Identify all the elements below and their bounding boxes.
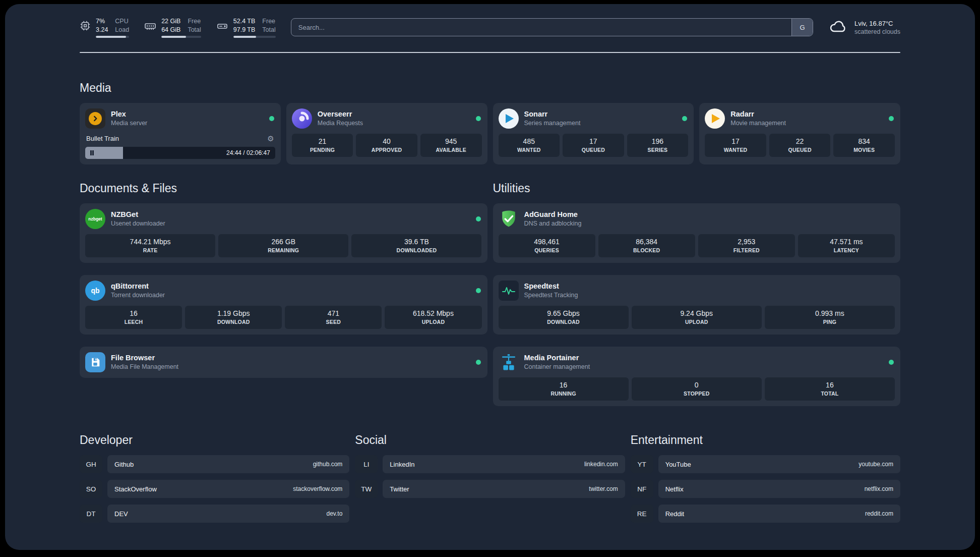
cpu-percent: 7% (96, 17, 108, 25)
service-subtitle: Media File Management (111, 363, 470, 371)
documents-column: Documents & Files nzbget NZBGet Usenet d… (80, 182, 487, 406)
bookmark-name: Reddit (665, 510, 685, 518)
service-subtitle: Speedtest Tracking (524, 292, 895, 299)
bookmark-abbr: SO (80, 480, 102, 498)
service-card-nzbget[interactable]: nzbget NZBGet Usenet downloader 744.21 M… (80, 203, 487, 263)
cpu-progress-track (96, 36, 129, 38)
disk-progress-fill (233, 36, 256, 38)
dashboard-panel: 7% 3.24 CPU Load (5, 4, 975, 550)
bookmark-github[interactable]: GH Github github.com (80, 455, 349, 473)
gear-icon[interactable]: ⚙ (267, 135, 274, 142)
overseerr-icon (292, 108, 312, 129)
service-name: File Browser (111, 354, 470, 362)
bookmark-name: Twitter (390, 485, 409, 493)
bookmark-name: Github (114, 461, 134, 468)
middle-columns: Documents & Files nzbget NZBGet Usenet d… (80, 182, 900, 406)
stat-movies: 834 MOVIES (833, 134, 895, 157)
bookmark-url: github.com (313, 461, 343, 468)
filebrowser-icon (85, 352, 105, 372)
pause-icon[interactable] (90, 150, 94, 155)
plex-icon (85, 108, 105, 129)
stat-total: 16 TOTAL (765, 377, 895, 401)
top-bar: 7% 3.24 CPU Load (80, 17, 900, 38)
bookmark-abbr: DT (80, 505, 102, 523)
stat-upload: 618.52 Mbps UPLOAD (385, 306, 481, 329)
bookmarks-grid: Developer GH Github github.com SO StackO… (80, 433, 900, 523)
disk-total-label: Total (262, 26, 275, 34)
stat-upload: 9.24 Gbps UPLOAD (632, 306, 762, 329)
bookmark-dev[interactable]: DT DEV dev.to (80, 505, 349, 523)
stat-series: 196 SERIES (627, 134, 689, 157)
status-indicator (476, 360, 481, 365)
dashboard-content: 7% 3.24 CPU Load (80, 4, 900, 523)
stat-queued: 22 QUEUED (769, 134, 831, 157)
section-title-utilities: Utilities (493, 182, 901, 195)
disk-free-value: 52.4 TB (233, 17, 256, 25)
stat-wanted: 485 WANTED (499, 134, 560, 157)
bookmark-name: YouTube (665, 461, 691, 468)
stat-available: 945 AVAILABLE (420, 134, 482, 157)
bookmark-url: linkedin.com (584, 461, 618, 468)
stat-latency: 47.571 ms LATENCY (798, 234, 895, 257)
status-indicator (476, 116, 481, 121)
bookmarks-entertainment: Entertainment YT YouTube youtube.com NF … (631, 433, 900, 523)
bookmark-linkedin[interactable]: LI LinkedIn linkedin.com (355, 455, 625, 473)
service-name: Overseerr (318, 110, 470, 119)
service-card-sonarr[interactable]: Sonarr Series management 485 WANTED 17 Q… (493, 103, 694, 164)
bookmark-abbr: YT (631, 455, 653, 473)
memory-widget: 22 GiB 64 GiB Free Total (144, 17, 201, 38)
stat-queued: 17 QUEUED (563, 134, 624, 157)
bookmark-youtube[interactable]: YT YouTube youtube.com (631, 455, 900, 473)
stat-stopped: 0 STOPPED (632, 377, 762, 401)
service-card-filebrowser[interactable]: File Browser Media File Management (80, 347, 487, 378)
stat-downloaded: 39.6 TB DOWNLOADED (351, 234, 481, 257)
bookmark-stackoverflow[interactable]: SO StackOverflow stackoverflow.com (80, 480, 349, 498)
service-card-speedtest[interactable]: Speedtest Speedtest Tracking 9.65 Gbps D… (493, 275, 901, 335)
portainer-icon (499, 352, 519, 372)
service-subtitle: Series management (524, 120, 677, 127)
search-engine-button[interactable]: G (791, 19, 813, 36)
service-name: qBittorrent (111, 282, 470, 291)
stat-download: 1.19 Gbps DOWNLOAD (185, 306, 282, 329)
service-card-radarr[interactable]: Radarr Movie management 17 WANTED 22 QUE… (699, 103, 900, 164)
bookmark-netflix[interactable]: NF Netflix netflix.com (631, 480, 900, 498)
bookmarks-social: Social LI LinkedIn linkedin.com TW Twitt… (355, 433, 625, 523)
bookmark-url: dev.to (327, 510, 343, 517)
bookmark-reddit[interactable]: RE Reddit reddit.com (631, 505, 900, 523)
bookmark-url: stackoverflow.com (293, 485, 342, 492)
memory-total-label: Total (188, 26, 201, 34)
search-bar: G (291, 18, 813, 36)
stat-running: 16 RUNNING (499, 377, 629, 401)
service-subtitle: Media Requests (318, 120, 470, 127)
service-name: Sonarr (524, 110, 677, 119)
stat-remaining: 266 GB REMAINING (218, 234, 348, 257)
section-title-entertainment: Entertainment (631, 433, 900, 447)
utilities-column: Utilities AdGuard Home DNS and adblockin… (493, 182, 901, 406)
search-input[interactable] (291, 19, 791, 36)
bookmark-name: DEV (114, 510, 128, 518)
service-card-overseerr[interactable]: Overseerr Media Requests 21 PENDING 40 A… (286, 103, 487, 164)
service-card-portainer[interactable]: Media Portainer Container management 16 … (493, 347, 901, 406)
stat-approved: 40 APPROVED (356, 134, 417, 157)
stat-pending: 21 PENDING (292, 134, 353, 157)
service-card-plex[interactable]: Plex Media server Bullet Train ⚙ 24:44 /… (80, 103, 281, 164)
header-divider (80, 52, 900, 53)
service-subtitle: Torrent downloader (111, 292, 470, 299)
service-name: AdGuard Home (524, 210, 895, 219)
stat-ping: 0.993 ms PING (765, 306, 895, 329)
disk-free-label: Free (262, 17, 275, 25)
service-subtitle: Usenet downloader (111, 220, 470, 228)
stat-seed: 471 SEED (285, 306, 382, 329)
service-card-adguard[interactable]: AdGuard Home DNS and adblocking 498,461 … (493, 203, 901, 263)
now-playing-progress[interactable]: 24:44 / 02:06:47 (85, 147, 275, 159)
cpu-icon (80, 20, 91, 33)
bookmark-abbr: NF (631, 480, 653, 498)
cpu-label: CPU (115, 17, 129, 25)
memory-progress-fill (161, 36, 186, 38)
bookmark-abbr: LI (355, 455, 378, 473)
service-card-qbittorrent[interactable]: qb qBittorrent Torrent downloader 16 LEE… (80, 275, 487, 335)
status-indicator (476, 216, 481, 221)
bookmark-twitter[interactable]: TW Twitter twitter.com (355, 480, 625, 498)
weather-location: Lviv, 16.87°C (854, 20, 900, 27)
section-title-social: Social (355, 433, 625, 447)
